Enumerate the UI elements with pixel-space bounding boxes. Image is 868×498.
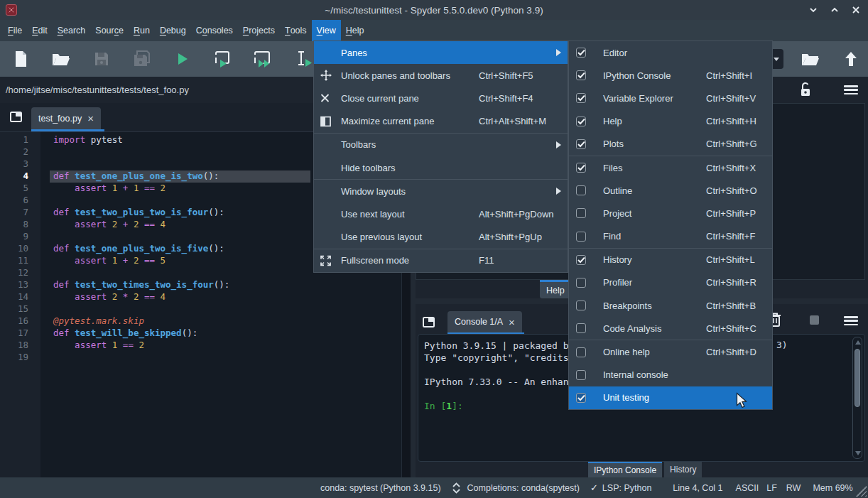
interrupt-kernel-icon[interactable]: [810, 315, 819, 325]
view-menu-item-hide-toolbars[interactable]: Hide toolbars: [314, 156, 568, 179]
panes-menu-item-breakpoints[interactable]: BreakpointsCtrl+Shift+B: [569, 294, 772, 317]
line-number: 1: [0, 134, 40, 146]
menu-item-shortcut: Ctrl+Shift+R: [706, 277, 756, 288]
scrollbar-thumb[interactable]: [855, 349, 860, 407]
menubar-item-consoles[interactable]: Consoles: [191, 20, 238, 41]
panes-menu-item-profiler[interactable]: ProfilerCtrl+Shift+R: [569, 271, 772, 294]
menubar-item-edit[interactable]: Edit: [27, 20, 53, 41]
view-menu-item-window-layouts[interactable]: Window layouts: [314, 180, 568, 202]
console-options-menu-button[interactable]: [844, 316, 858, 325]
help-options-menu-button[interactable]: [844, 85, 858, 94]
menubar-item-tools[interactable]: Tools: [280, 20, 312, 41]
browse-tabs-icon[interactable]: [10, 112, 22, 122]
checkbox-unchecked-icon[interactable]: [576, 278, 586, 288]
menu-item-shortcut: Ctrl+Shift+H: [706, 116, 756, 126]
view-menu-item-use-next-layout[interactable]: Use next layoutAlt+Shift+PgDown: [314, 202, 568, 225]
encoding-status: ASCII: [736, 483, 759, 493]
checkbox-checked-icon[interactable]: [576, 117, 586, 126]
save-all-button[interactable]: [121, 43, 162, 75]
menu-item-label: History: [603, 254, 631, 265]
run-file-button[interactable]: [162, 43, 202, 75]
save-file-button[interactable]: [81, 43, 121, 75]
unlock-pane-icon[interactable]: [799, 82, 812, 97]
chevron-down-icon: [774, 58, 779, 61]
panes-menu-item-find[interactable]: FindCtrl+Shift+F: [569, 225, 772, 248]
checkbox-checked-icon[interactable]: [576, 393, 586, 403]
console-scrollbar[interactable]: [852, 337, 862, 459]
menubar-item-projects[interactable]: Projects: [238, 20, 280, 41]
menubar-item-view[interactable]: View: [312, 20, 341, 41]
view-menu-item-fullscreen-mode[interactable]: Fullscreen modeF11: [314, 249, 568, 272]
checkbox-checked-icon[interactable]: [576, 48, 586, 58]
view-menu-item-use-previous-layout[interactable]: Use previous layoutAlt+Shift+PgUp: [314, 226, 568, 249]
parent-directory-button[interactable]: [830, 43, 868, 75]
panes-menu-item-help[interactable]: HelpCtrl+Shift+H: [569, 110, 772, 133]
checkbox-unchecked-icon[interactable]: [576, 323, 586, 333]
open-file-button[interactable]: [40, 43, 81, 75]
browse-tabs-icon[interactable]: [423, 317, 435, 328]
console-bottom-tabs: IPython ConsoleHistory: [416, 462, 868, 477]
editor-tab[interactable]: test_foo.py ×: [31, 107, 101, 129]
code-line: assert 1 == 2: [40, 340, 401, 352]
tab-close-icon[interactable]: ×: [87, 113, 94, 124]
view-menu-item-panes[interactable]: Panes: [314, 41, 568, 64]
menu-item-label: Outline: [603, 185, 632, 196]
panes-menu-item-project[interactable]: ProjectCtrl+Shift+P: [569, 202, 772, 224]
line-number: 13: [0, 279, 40, 291]
submenu-arrow-icon: [556, 49, 561, 56]
new-file-button[interactable]: [0, 43, 40, 75]
view-menu-item-close-current-pane[interactable]: Close current paneCtrl+Shift+F4: [314, 87, 568, 109]
checkbox-unchecked-icon[interactable]: [576, 347, 586, 357]
scroll-up-icon[interactable]: [855, 340, 861, 345]
close-button[interactable]: [848, 2, 864, 18]
checkbox-checked-icon[interactable]: [576, 163, 586, 173]
checkbox-checked-icon[interactable]: [576, 255, 586, 265]
tab-history[interactable]: History: [664, 462, 702, 477]
panes-menu-item-variable-explorer[interactable]: Variable ExplorerCtrl+Shift+V: [569, 87, 772, 109]
panes-menu-item-plots[interactable]: PlotsCtrl+Shift+G: [569, 133, 772, 156]
checkbox-checked-icon[interactable]: [576, 139, 586, 149]
console-tab[interactable]: Console 1/A ×: [447, 311, 522, 332]
eol-status: LF: [766, 483, 777, 493]
panes-menu-item-history[interactable]: HistoryCtrl+Shift+L: [569, 249, 772, 271]
checkbox-unchecked-icon[interactable]: [576, 301, 586, 310]
scroll-down-icon[interactable]: [855, 451, 861, 455]
menubar-item-source[interactable]: Source: [90, 20, 129, 41]
panes-menu-item-outline[interactable]: OutlineCtrl+Shift+O: [569, 179, 772, 202]
checkbox-unchecked-icon[interactable]: [576, 185, 586, 195]
checkbox-unchecked-icon[interactable]: [576, 232, 586, 242]
view-menu-item-unlock-panes-and-toolbars[interactable]: Unlock panes and toolbarsCtrl+Shift+F5: [314, 64, 568, 87]
menubar-item-run[interactable]: Run: [129, 20, 155, 41]
browse-working-directory-button[interactable]: [790, 43, 830, 75]
panes-menu-item-editor[interactable]: Editor: [569, 41, 772, 64]
panes-menu-item-internal-console[interactable]: Internal console: [569, 364, 772, 386]
tab-ipython-console[interactable]: IPython Console: [588, 462, 662, 477]
menu-item-label: Fullscreen mode: [341, 255, 409, 266]
panes-menu-item-online-help[interactable]: Online helpCtrl+Shift+D: [569, 340, 772, 363]
view-menu: PanesUnlock panes and toolbarsCtrl+Shift…: [313, 40, 568, 273]
maximize-button[interactable]: [827, 2, 842, 18]
tab-help[interactable]: Help: [540, 280, 571, 298]
run-cell-advance-button[interactable]: [243, 43, 283, 75]
panes-menu-item-ipython-console[interactable]: IPython ConsoleCtrl+Shift+I: [569, 64, 772, 87]
checkbox-checked-icon[interactable]: [576, 93, 586, 103]
resize-grip[interactable]: [855, 485, 867, 497]
view-menu-item-maximize-current-pane[interactable]: Maximize current paneCtrl+Alt+Shift+M: [314, 110, 568, 133]
panes-menu-item-code-analysis[interactable]: Code AnalysisCtrl+Shift+C: [569, 317, 772, 340]
tab-close-icon[interactable]: ×: [509, 317, 515, 328]
minimize-button[interactable]: [805, 2, 821, 18]
menubar-item-debug[interactable]: Debug: [155, 20, 191, 41]
checkbox-unchecked-icon[interactable]: [576, 370, 586, 380]
menubar-item-help[interactable]: Help: [341, 20, 369, 41]
checkbox-unchecked-icon[interactable]: [576, 208, 586, 218]
menubar-item-search[interactable]: Search: [53, 20, 91, 41]
panes-menu-item-files[interactable]: FilesCtrl+Shift+X: [569, 156, 772, 179]
menu-item-label: Unlock panes and toolbars: [341, 70, 450, 81]
menubar-item-file[interactable]: File: [3, 20, 27, 41]
line-number: 9: [0, 231, 40, 243]
line-number: 5: [0, 183, 40, 195]
code-line: @pytest.mark.skip: [40, 315, 401, 328]
checkbox-checked-icon[interactable]: [576, 70, 586, 80]
run-cell-button[interactable]: [202, 43, 243, 75]
view-menu-item-toolbars[interactable]: Toolbars: [314, 134, 568, 156]
